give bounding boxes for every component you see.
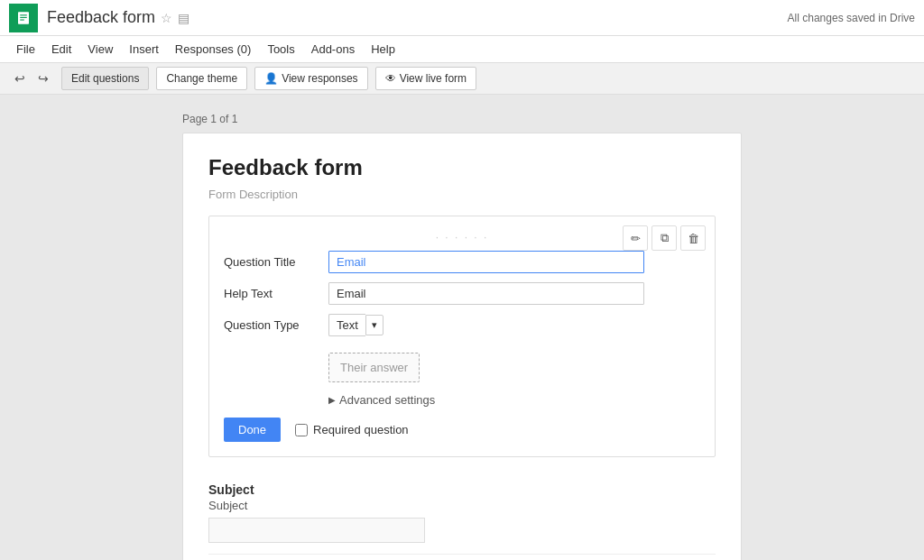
copy-question-button[interactable]: ⧉ (651, 225, 677, 251)
question-title-row: Question Title (224, 251, 700, 273)
answer-placeholder: Their answer (328, 353, 420, 382)
type-select-arrow[interactable]: ▾ (365, 315, 383, 335)
page-indicator: Page 1 of 1 (182, 113, 742, 125)
edit-questions-button[interactable]: Edit questions (61, 67, 149, 90)
subject-input-field[interactable] (208, 518, 425, 543)
folder-icon[interactable]: ▤ (178, 11, 189, 25)
question-edit-box: · · · · · · ✏ ⧉ 🗑 Question Title Help Te… (208, 216, 716, 457)
view-live-form-button[interactable]: 👁 View live form (375, 67, 476, 90)
question-title-label: Question Title (224, 255, 314, 269)
view-responses-button[interactable]: 👤 View responses (254, 67, 368, 90)
svg-rect-3 (20, 19, 24, 20)
question-type-label: Question Type (224, 318, 314, 332)
form-title: Feedback form (208, 155, 716, 180)
required-question-group: Required question (295, 423, 409, 436)
svg-rect-2 (20, 16, 27, 17)
help-text-input[interactable] (328, 282, 644, 305)
view-live-label: View live form (400, 72, 467, 85)
title-area: Feedback form ☆ ▤ (47, 8, 189, 27)
subject-question-title: Subject (208, 482, 716, 497)
subject-question-subtitle: Subject (208, 499, 716, 512)
star-icon[interactable]: ☆ (161, 11, 172, 25)
menu-help[interactable]: Help (364, 39, 402, 60)
main-content: Page 1 of 1 Feedback form Form Descripti… (0, 95, 924, 560)
help-text-row: Help Text (224, 282, 700, 305)
redo-button[interactable]: ↪ (32, 68, 54, 89)
menu-bar: File Edit View Insert Responses (0) Tool… (0, 36, 924, 63)
document-title: Feedback form (47, 8, 155, 27)
advanced-settings-label: Advanced settings (339, 393, 435, 407)
view-responses-label: View responses (282, 72, 358, 85)
menu-file[interactable]: File (9, 39, 42, 60)
advanced-arrow-icon: ▶ (328, 395, 336, 405)
form-card: Feedback form Form Description · · · · ·… (182, 133, 742, 560)
live-icon: 👁 (385, 72, 396, 85)
delete-question-button[interactable]: 🗑 (680, 225, 706, 251)
menu-edit[interactable]: Edit (44, 39, 79, 60)
advanced-settings-toggle[interactable]: ▶ Advanced settings (328, 393, 700, 407)
toolbar: ↩ ↪ Edit questions Change theme 👤 View r… (0, 63, 924, 95)
question-type-select: Text ▾ (328, 314, 383, 336)
action-icons: ✏ ⧉ 🗑 (623, 225, 706, 251)
message-question-block: Message Message (208, 555, 716, 560)
undo-button[interactable]: ↩ (9, 68, 31, 89)
menu-responses[interactable]: Responses (0) (168, 39, 259, 60)
change-theme-button[interactable]: Change theme (156, 67, 247, 90)
undo-redo-group: ↩ ↪ (9, 68, 54, 89)
done-button[interactable]: Done (224, 418, 281, 442)
app-icon (9, 4, 38, 32)
question-title-input[interactable] (328, 251, 644, 273)
help-text-label: Help Text (224, 287, 314, 300)
required-checkbox[interactable] (295, 424, 308, 436)
question-type-row: Question Type Text ▾ (224, 314, 700, 336)
save-status: All changes saved in Drive (788, 12, 915, 24)
edit-question-button[interactable]: ✏ (623, 225, 648, 251)
menu-insert[interactable]: Insert (122, 39, 166, 60)
responses-icon: 👤 (264, 72, 278, 85)
menu-addons[interactable]: Add-ons (304, 39, 362, 60)
subject-question-block: Subject Subject (208, 472, 716, 555)
title-bar: Feedback form ☆ ▤ All changes saved in D… (0, 0, 924, 36)
svg-rect-1 (20, 14, 27, 15)
menu-view[interactable]: View (80, 39, 120, 60)
type-select-text[interactable]: Text (328, 314, 365, 336)
required-label: Required question (313, 423, 409, 436)
form-container: Page 1 of 1 Feedback form Form Descripti… (182, 113, 742, 560)
question-footer: Done Required question (224, 418, 700, 442)
form-description[interactable]: Form Description (208, 188, 716, 201)
menu-tools[interactable]: Tools (260, 39, 301, 60)
